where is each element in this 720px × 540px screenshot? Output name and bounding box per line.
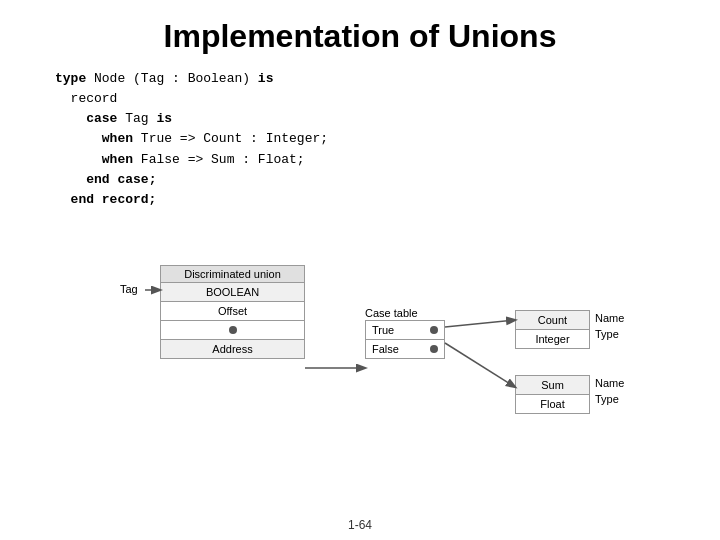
case-table: True False [365,320,445,359]
rb-sum: Sum [515,375,590,395]
code-line-7: end record; [55,190,720,210]
box1-type-label: Type [595,328,619,340]
title: Implementation of Unions [0,0,720,65]
ct-row-false: False [365,340,445,359]
code-line-1: type Node (Tag : Boolean) is [55,69,720,89]
du-row-offset: Offset [160,302,305,321]
box2-name-label: Name [595,377,624,389]
diagram-arrows [70,265,640,475]
svg-line-2 [445,343,515,387]
code-line-6: end case; [55,170,720,190]
page-number: 1-64 [0,518,720,532]
svg-line-1 [445,320,515,327]
right-box-count: Count Integer [515,310,590,349]
code-block: type Node (Tag : Boolean) is record case… [55,69,720,210]
ct-row-true: True [365,320,445,340]
du-box: Discriminated union BOOLEAN Offset Addre… [160,265,305,359]
code-line-5: when False => Sum : Float; [55,150,720,170]
du-row-address: Address [160,340,305,359]
box1-name-label: Name [595,312,624,324]
tag-label: Tag [120,283,138,295]
rb-integer: Integer [515,330,590,349]
code-line-4: when True => Count : Integer; [55,129,720,149]
ct-label: Case table [365,307,418,319]
code-line-3: case Tag is [55,109,720,129]
right-box-sum: Sum Float [515,375,590,414]
du-row-boolean: BOOLEAN [160,283,305,302]
code-line-2: record [55,89,720,109]
diagram: Tag Discriminated union BOOLEAN Offset A… [70,265,640,475]
du-row-dot [160,321,305,340]
box2-type-label: Type [595,393,619,405]
du-header: Discriminated union [160,265,305,283]
rb-count: Count [515,310,590,330]
rb-float: Float [515,395,590,414]
